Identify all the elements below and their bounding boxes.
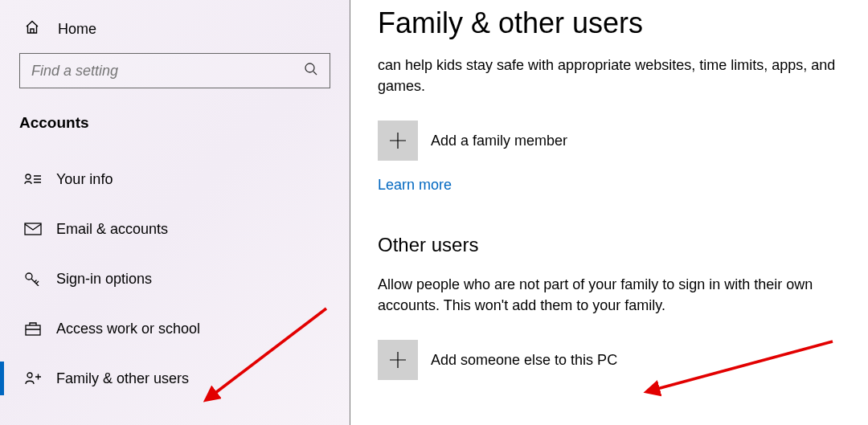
sidebar: Home Accounts Your info Email & accounts xyxy=(0,0,350,425)
other-users-description: Allow people who are not part of your fa… xyxy=(378,274,852,316)
plus-icon xyxy=(378,121,418,161)
section-header-accounts: Accounts xyxy=(0,106,350,154)
sidebar-item-email[interactable]: Email & accounts xyxy=(0,204,350,254)
sidebar-item-family[interactable]: Family & other users xyxy=(0,353,350,403)
home-label: Home xyxy=(58,21,96,38)
key-icon xyxy=(24,272,42,286)
add-family-label: Add a family member xyxy=(431,133,567,149)
svg-rect-2 xyxy=(25,223,41,235)
sidebar-item-label: Family & other users xyxy=(56,370,189,387)
sidebar-item-label: Access work or school xyxy=(56,321,200,337)
search-icon xyxy=(304,62,318,80)
svg-point-3 xyxy=(26,273,32,280)
sidebar-item-work[interactable]: Access work or school xyxy=(0,304,350,353)
svg-point-1 xyxy=(26,174,31,179)
plus-icon xyxy=(378,340,418,380)
sidebar-item-label: Email & accounts xyxy=(56,221,168,238)
search-box[interactable] xyxy=(19,53,330,88)
add-family-member-button[interactable]: Add a family member xyxy=(378,121,852,161)
family-icon xyxy=(24,371,42,386)
envelope-icon xyxy=(24,223,42,235)
sidebar-item-signin[interactable]: Sign-in options xyxy=(0,254,350,304)
svg-rect-4 xyxy=(26,325,40,335)
sidebar-item-label: Sign-in options xyxy=(56,271,152,288)
search-input[interactable] xyxy=(31,63,304,80)
main-content: Family & other users can help kids stay … xyxy=(350,0,868,425)
add-someone-label: Add someone else to this PC xyxy=(431,352,617,369)
add-someone-else-button[interactable]: Add someone else to this PC xyxy=(378,340,852,380)
person-card-icon xyxy=(24,172,42,186)
briefcase-icon xyxy=(24,321,42,336)
home-button[interactable]: Home xyxy=(0,16,350,53)
learn-more-link[interactable]: Learn more xyxy=(378,177,452,194)
home-icon xyxy=(24,19,40,39)
page-title: Family & other users xyxy=(378,6,852,40)
svg-point-5 xyxy=(27,373,32,378)
svg-point-0 xyxy=(305,63,314,72)
sidebar-item-your-info[interactable]: Your info xyxy=(0,154,350,204)
family-description: can help kids stay safe with appropriate… xyxy=(378,55,852,96)
other-users-heading: Other users xyxy=(378,234,852,256)
sidebar-item-label: Your info xyxy=(56,171,113,188)
